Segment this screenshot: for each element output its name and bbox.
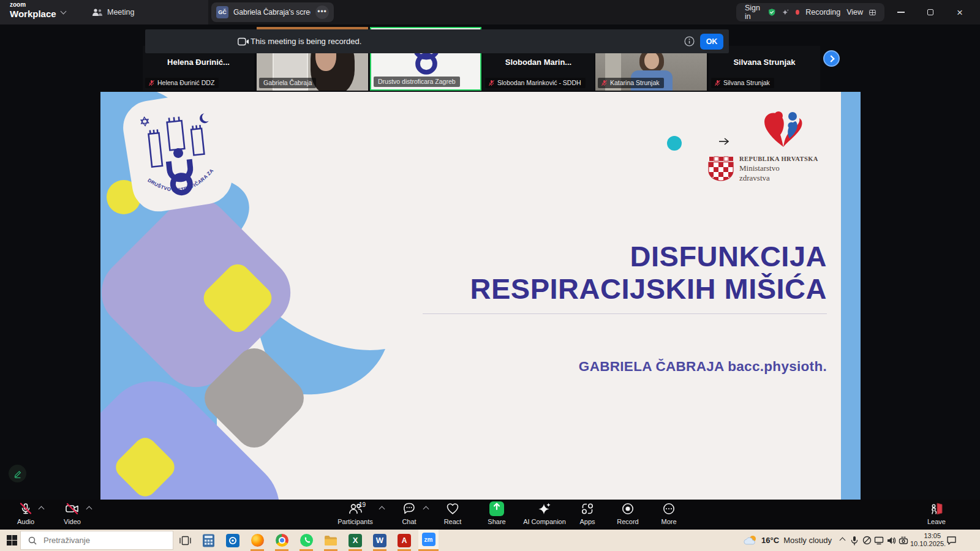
tray-blocked-icon[interactable] <box>861 530 872 551</box>
participant-name-text: Silvana Strunjak <box>723 79 770 86</box>
ministry-logo-block: REPUBLIKA HRVATSKA Ministarstvo zdravstv… <box>707 109 830 183</box>
acrobat-app-button[interactable]: A <box>396 533 412 548</box>
video-button[interactable]: Video <box>54 501 91 525</box>
excel-app-button[interactable]: X <box>347 533 363 548</box>
participant-label: Silvana Strunjak <box>711 78 774 88</box>
firefox-app-button[interactable] <box>249 533 265 548</box>
task-view-button[interactable] <box>177 533 193 548</box>
participant-display-name: Helena Đurinić... <box>143 58 254 67</box>
chat-button[interactable]: Chat <box>392 501 426 525</box>
participant-label: Slobodan Marinković - SDDH <box>485 78 586 88</box>
chrome-app-button[interactable] <box>274 533 290 548</box>
participant-name-text: Slobodan Marinković - SDDH <box>497 79 581 86</box>
zoom-workplace-logo: zoom Workplace <box>10 2 56 18</box>
ai-companion-button[interactable]: AI Companion <box>522 501 567 525</box>
participant-name-text: Katarina Strunjak <box>610 79 660 86</box>
record-label: Record <box>611 518 645 525</box>
ministry-name-line2: zdravstva <box>739 173 818 183</box>
apps-icon <box>580 501 595 516</box>
health-heart-logo <box>760 109 807 152</box>
weather-icon[interactable] <box>742 530 760 551</box>
ministry-country-label: REPUBLIKA HRVATSKA <box>739 156 818 163</box>
zoom-app-button-active[interactable]: zm <box>418 530 439 551</box>
camera-muted-icon <box>64 501 80 516</box>
leave-button[interactable]: Leave <box>918 501 955 525</box>
participants-button[interactable]: 19 Participants <box>334 501 376 525</box>
participant-label: Gabriela Čabraja <box>259 78 316 88</box>
apps-button[interactable]: Apps <box>570 501 605 525</box>
sign-in-button[interactable]: Sign in <box>745 4 762 21</box>
participant-name-text: Gabriela Čabraja <box>263 79 312 86</box>
chat-icon <box>402 501 417 516</box>
ok-button[interactable]: OK <box>700 34 723 50</box>
weather-desc: Mostly cloudy <box>783 536 832 545</box>
chevron-right-icon <box>827 55 834 62</box>
taskbar-search[interactable] <box>20 531 173 550</box>
record-button[interactable]: Record <box>611 501 645 525</box>
next-participants-page-button[interactable] <box>823 50 840 67</box>
word-icon: W <box>373 534 386 547</box>
start-button[interactable] <box>4 533 20 548</box>
outlook-app-button[interactable] <box>225 533 241 548</box>
minimize-button[interactable] <box>887 0 915 24</box>
info-icon[interactable] <box>684 36 695 47</box>
muted-mic-icon <box>488 80 495 86</box>
tray-network-icon[interactable] <box>873 530 884 551</box>
weather-widget[interactable]: 16°C Mostly cloudy <box>761 530 832 551</box>
search-input[interactable] <box>42 535 146 545</box>
annotate-button[interactable] <box>9 465 26 482</box>
calculator-icon <box>202 534 215 547</box>
taskbar-clock[interactable]: 13:05 10.10.2025. <box>910 532 941 548</box>
brand-workplace: Workplace <box>10 9 56 18</box>
participant-display-name: Slobodan Marin... <box>483 58 594 67</box>
security-shield-icon[interactable] <box>768 7 775 18</box>
tray-expand-button[interactable] <box>837 530 848 551</box>
file-explorer-button[interactable] <box>323 533 339 548</box>
tray-mic-icon[interactable] <box>849 530 860 551</box>
ddz-logo: DRUŠTVO DISTROFIČARA ZAGREB <box>134 100 223 206</box>
croatian-coat-of-arms <box>707 156 734 182</box>
tab-options-icon[interactable]: ••• <box>315 6 329 19</box>
calculator-app-button[interactable] <box>200 533 216 548</box>
tab-meeting[interactable]: Meeting <box>86 0 140 24</box>
recording-camera-icon <box>238 37 249 46</box>
maximize-button[interactable] <box>916 0 944 24</box>
recording-indicator-label: Recording <box>805 8 840 17</box>
heart-icon <box>445 501 460 516</box>
mic-muted-icon <box>18 501 33 516</box>
avatar: GČ <box>216 6 228 18</box>
audio-label: Audio <box>7 518 44 525</box>
ai-companion-icon <box>537 501 552 516</box>
ai-companion-label: AI Companion <box>522 518 567 525</box>
leave-icon <box>929 501 944 516</box>
slide-title-line2: RESPIRACIJSKIH MIŠIĆA <box>470 272 827 305</box>
share-tab-title: Gabriela Čabraja's screen <box>233 8 311 17</box>
chrome-icon <box>276 534 288 547</box>
tab-shared-screen[interactable]: GČ Gabriela Čabraja's screen ••• <box>211 2 334 22</box>
zoom-app-icon: zm <box>422 533 435 546</box>
participant-name-text: Drustvo distroficara Zagreb <box>378 78 456 85</box>
action-center-button[interactable] <box>944 530 958 551</box>
view-button[interactable]: View <box>846 8 863 17</box>
view-grid-icon[interactable] <box>869 9 876 17</box>
more-button[interactable]: More <box>652 501 686 525</box>
share-button[interactable]: Share <box>480 501 514 525</box>
audio-button[interactable]: Audio <box>7 501 44 525</box>
apps-label: Apps <box>570 518 605 525</box>
whatsapp-app-button[interactable] <box>298 533 314 548</box>
share-label: Share <box>480 518 514 525</box>
outlook-icon <box>226 534 239 547</box>
participants-options-chevron[interactable] <box>379 506 385 512</box>
participant-name-text: Helena Đurinić DDZ <box>157 79 214 86</box>
tray-volume-icon[interactable] <box>886 530 897 551</box>
ai-sparkle-icon[interactable] <box>782 7 790 18</box>
people-icon <box>92 8 103 17</box>
zoom-meeting-toolbar: Audio Video 19 Participants <box>0 500 980 530</box>
tray-recording-icon[interactable] <box>898 530 909 551</box>
meeting-tab-label: Meeting <box>107 8 134 17</box>
word-app-button[interactable]: W <box>372 533 388 548</box>
react-button[interactable]: React <box>435 501 470 525</box>
shared-screen-slide: DRUŠTVO DISTROFIČARA ZAGREB <box>100 92 861 500</box>
close-button[interactable]: × <box>946 0 974 24</box>
participant-label: Katarina Strunjak <box>598 78 664 88</box>
